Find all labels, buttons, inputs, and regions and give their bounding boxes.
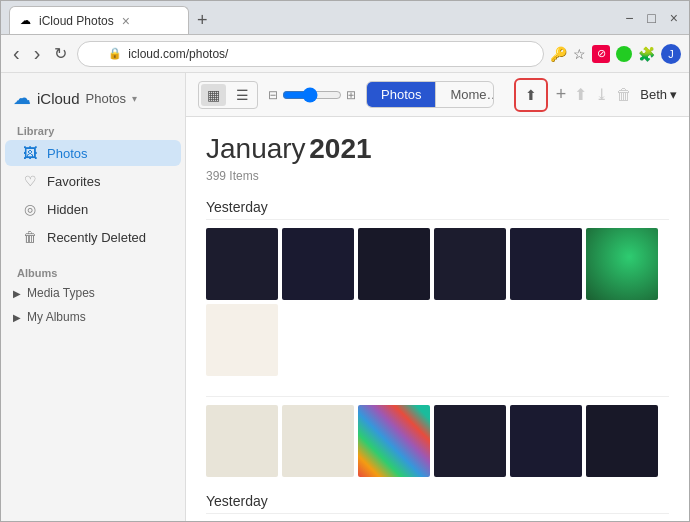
- moments-segment-button[interactable]: Mome…: [436, 82, 493, 107]
- sidebar-photos-label: Photos: [47, 146, 87, 161]
- minimize-button[interactable]: −: [621, 8, 637, 28]
- date-label-1: Yesterday: [206, 199, 669, 220]
- photo-thumb[interactable]: [206, 405, 278, 477]
- photo-thumb[interactable]: [434, 405, 506, 477]
- puzzle-extension-icon[interactable]: 🧩: [638, 46, 655, 62]
- topbar: ▦ ☰ ⊟ ⊞ Photos Mome… ⬆ +: [186, 73, 689, 117]
- photo-thumb[interactable]: [510, 228, 582, 300]
- photo-thumb[interactable]: [206, 304, 278, 376]
- upload-icon: ⬆: [525, 87, 537, 103]
- url-text: icloud.com/photos/: [128, 47, 228, 61]
- date-section-3: Yesterday: [206, 493, 669, 521]
- photo-grid-1: [206, 228, 669, 376]
- sidebar-item-recently-deleted[interactable]: 🗑 Recently Deleted: [5, 224, 181, 250]
- icloud-icon: ☁: [13, 87, 31, 109]
- photos-icon: 🖼: [21, 145, 39, 161]
- tab-favicon: ☁: [20, 14, 31, 27]
- date-label-2: [206, 392, 669, 397]
- date-section-2: [206, 392, 669, 477]
- tab-title: iCloud Photos: [39, 14, 114, 28]
- tab-bar: − □ × ☁ iCloud Photos × +: [1, 1, 689, 35]
- share-button[interactable]: ⬆: [574, 85, 587, 104]
- size-slider[interactable]: [282, 87, 342, 103]
- photo-thumb[interactable]: [282, 405, 354, 477]
- restore-button[interactable]: □: [643, 8, 659, 28]
- tab-close-button[interactable]: ×: [122, 13, 130, 29]
- active-tab[interactable]: ☁ iCloud Photos ×: [9, 6, 189, 34]
- chevron-right-icon-2: ▶: [13, 312, 21, 323]
- sidebar-item-favorites[interactable]: ♡ Favorites: [5, 168, 181, 194]
- delete-button[interactable]: 🗑: [616, 86, 632, 104]
- bookmark-star-icon[interactable]: ☆: [573, 46, 586, 62]
- sidebar-recently-deleted-label: Recently Deleted: [47, 230, 146, 245]
- recently-deleted-icon: 🗑: [21, 229, 39, 245]
- photo-thumb[interactable]: [586, 228, 658, 300]
- photo-thumb[interactable]: [358, 405, 430, 477]
- sidebar: ☁ iCloud Photos ▾ Library 🖼 Photos ♡ Fav…: [1, 73, 186, 521]
- refresh-button[interactable]: ↻: [50, 42, 71, 65]
- green-extension-icon[interactable]: [616, 46, 632, 62]
- photo-thumb[interactable]: [206, 228, 278, 300]
- forward-button[interactable]: ›: [30, 40, 45, 67]
- slider-small-icon: ⊟: [268, 88, 278, 102]
- sidebar-item-photos[interactable]: 🖼 Photos: [5, 140, 181, 166]
- sidebar-group-my-albums[interactable]: ▶ My Albums: [1, 305, 185, 329]
- back-button[interactable]: ‹: [9, 40, 24, 67]
- grid-view-button[interactable]: ▦: [201, 84, 226, 106]
- add-button[interactable]: +: [556, 84, 567, 105]
- app-layout: ☁ iCloud Photos ▾ Library 🖼 Photos ♡ Fav…: [1, 73, 689, 521]
- list-view-button[interactable]: ☰: [230, 84, 255, 106]
- photo-thumb[interactable]: [510, 405, 582, 477]
- albums-section-label: Albums: [1, 261, 185, 281]
- item-count: 399 Items: [206, 169, 669, 183]
- sidebar-group-media-types[interactable]: ▶ Media Types: [1, 281, 185, 305]
- my-albums-label: My Albums: [27, 310, 86, 324]
- red-extension-icon[interactable]: ⊘: [592, 45, 610, 63]
- photos-segment-button[interactable]: Photos: [367, 82, 436, 107]
- chevron-right-icon: ▶: [13, 288, 21, 299]
- media-types-label: Media Types: [27, 286, 95, 300]
- user-name-label: Beth: [640, 87, 667, 102]
- size-slider-container: ⊟ ⊞: [268, 87, 356, 103]
- main-content: ▦ ☰ ⊟ ⊞ Photos Mome… ⬆ +: [186, 73, 689, 521]
- favorites-icon: ♡: [21, 173, 39, 189]
- library-section-label: Library: [1, 119, 185, 139]
- address-bar[interactable]: 🔒 icloud.com/photos/: [77, 41, 544, 67]
- user-menu-button[interactable]: Beth ▾: [640, 87, 677, 102]
- topbar-actions: ⬆ + ⬆ ⤓ 🗑 Beth ▾: [514, 78, 677, 112]
- hidden-icon: ◎: [21, 201, 39, 217]
- brand-label: iCloud: [37, 90, 80, 107]
- photo-thumb[interactable]: [586, 405, 658, 477]
- lock-icon: 🔒: [108, 47, 122, 60]
- slider-large-icon: ⊞: [346, 88, 356, 102]
- page-title: January 2021: [206, 133, 669, 165]
- photo-thumb[interactable]: [358, 228, 430, 300]
- browser-extension-icons: 🔑 ☆ ⊘ 🧩 J: [550, 44, 681, 64]
- user-avatar-icon[interactable]: J: [661, 44, 681, 64]
- sidebar-hidden-label: Hidden: [47, 202, 88, 217]
- browser-toolbar: ‹ › ↻ 🔒 icloud.com/photos/ 🔑 ☆ ⊘ 🧩 J: [1, 35, 689, 73]
- sidebar-favorites-label: Favorites: [47, 174, 100, 189]
- photo-thumb[interactable]: [434, 228, 506, 300]
- date-label-3: Yesterday: [206, 493, 669, 514]
- view-toggle: ▦ ☰: [198, 81, 258, 109]
- new-tab-button[interactable]: +: [189, 6, 216, 34]
- year-value: 2021: [309, 133, 371, 164]
- close-window-button[interactable]: ×: [666, 8, 682, 28]
- photo-grid-2: [206, 405, 669, 477]
- photo-thumb[interactable]: [282, 228, 354, 300]
- segment-control: Photos Mome…: [366, 81, 494, 108]
- download-button[interactable]: ⤓: [595, 85, 608, 104]
- upload-button[interactable]: ⬆: [514, 78, 548, 112]
- sidebar-item-hidden[interactable]: ◎ Hidden: [5, 196, 181, 222]
- browser-window: − □ × ☁ iCloud Photos × + ‹ › ↻ 🔒 icloud…: [0, 0, 690, 522]
- photos-area: January 2021 399 Items Yesterday: [186, 117, 689, 521]
- date-section-1: Yesterday: [206, 199, 669, 376]
- user-menu-arrow: ▾: [670, 87, 677, 102]
- key-icon[interactable]: 🔑: [550, 46, 567, 62]
- app-name-label: Photos: [86, 91, 126, 106]
- sidebar-logo[interactable]: ☁ iCloud Photos ▾: [1, 81, 185, 119]
- month-label: January: [206, 133, 306, 164]
- logo-dropdown-arrow: ▾: [132, 93, 137, 104]
